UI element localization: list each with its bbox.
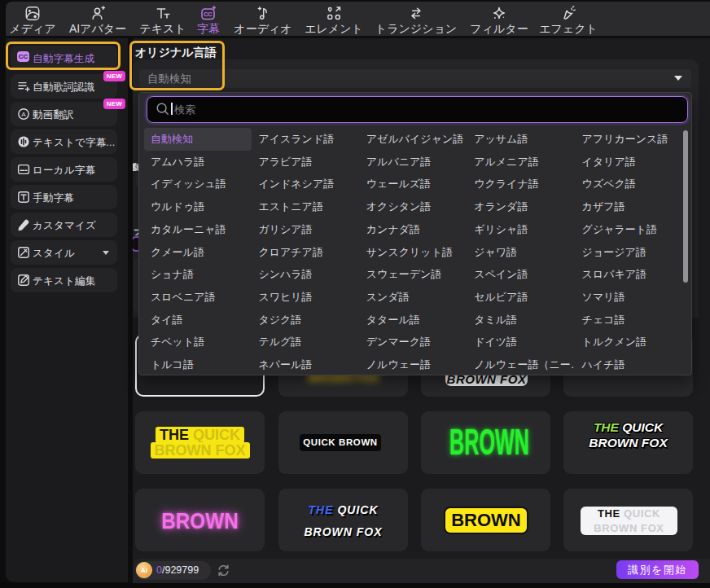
svg-text:A: A bbox=[21, 111, 26, 118]
svg-text:CC: CC bbox=[204, 11, 213, 18]
